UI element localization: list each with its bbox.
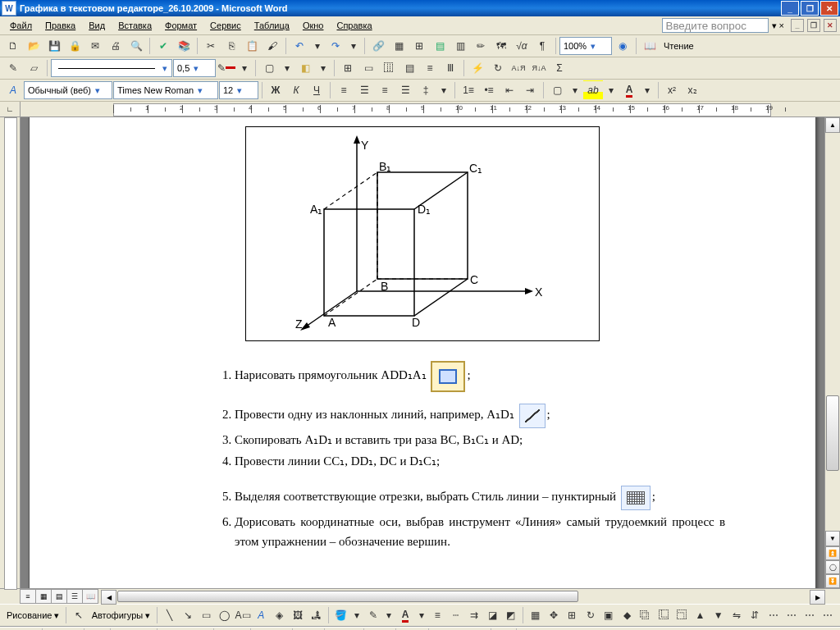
cut-icon[interactable]: ✂ — [201, 36, 221, 56]
styles-pane-icon[interactable]: A — [3, 80, 23, 100]
redo-icon[interactable]: ↷ — [326, 36, 345, 56]
more3-icon[interactable]: ⋯ — [801, 605, 819, 625]
web-view-button[interactable]: ▦ — [35, 589, 52, 604]
grid-icon[interactable]: ▦ — [527, 605, 544, 625]
sort-asc-icon[interactable]: А↓Я — [509, 58, 528, 78]
align-cells-icon[interactable]: ▤ — [399, 58, 419, 78]
normal-view-button[interactable]: ≡ — [20, 589, 36, 604]
rectangle-icon[interactable]: ▭ — [198, 605, 215, 625]
zoom-combo[interactable]: 100%▾ — [559, 37, 612, 55]
scroll-up-button[interactable]: ▲ — [825, 117, 840, 133]
3d-icon[interactable]: ◩ — [502, 605, 519, 625]
insert-table2-icon[interactable]: ⊞ — [338, 58, 358, 78]
open-icon[interactable]: 📂 — [24, 36, 43, 56]
mail-icon[interactable]: ✉ — [85, 36, 105, 56]
columns-icon[interactable]: ▥ — [450, 36, 470, 56]
distribute-cols-icon[interactable]: Ⅲ — [441, 58, 460, 78]
font-color-icon[interactable]: A — [619, 80, 639, 100]
tables-borders-icon[interactable]: ▦ — [389, 36, 409, 56]
docmap-icon[interactable]: 🗺 — [491, 36, 511, 56]
menu-chevron[interactable]: ▾ × — [769, 19, 788, 33]
flip-h-icon[interactable]: ⇋ — [728, 605, 745, 625]
send-back-icon[interactable]: ▼ — [710, 605, 727, 625]
line-style-combo[interactable]: ▾ — [51, 59, 172, 77]
bullets-icon[interactable]: •≡ — [479, 80, 499, 100]
menu-file[interactable]: Файл — [3, 19, 39, 32]
underline-icon[interactable]: Ч — [307, 80, 326, 100]
style-combo[interactable]: Обычный (веб)▾ — [24, 81, 112, 99]
vertical-scrollbar[interactable]: ▲ ▼ ⏫ ◯ ⏬ — [824, 117, 840, 588]
drawing-menu[interactable]: Рисование ▾ — [3, 610, 62, 621]
hyperlink-icon[interactable]: 🔗 — [368, 36, 388, 56]
autosum-icon[interactable]: Σ — [550, 58, 569, 78]
menu-tools[interactable]: Сервис — [203, 19, 248, 32]
font-combo[interactable]: Times New Roman▾ — [113, 81, 218, 99]
numbering-icon[interactable]: 1≡ — [459, 80, 478, 100]
line-color-icon[interactable]: ✎ — [364, 605, 381, 625]
doc-minimize[interactable]: _ — [791, 19, 804, 32]
print-view-button[interactable]: ▤ — [51, 589, 67, 604]
research-icon[interactable]: 📚 — [174, 36, 194, 56]
borders-icon[interactable]: ▢ — [547, 80, 567, 100]
ask-question-input[interactable] — [662, 18, 769, 33]
fill-dd[interactable]: ▾ — [350, 605, 363, 625]
oval-icon[interactable]: ◯ — [216, 605, 233, 625]
align-left-icon[interactable]: ≡ — [334, 80, 354, 100]
dash-style-icon2[interactable]: ┄ — [447, 605, 464, 625]
bold-icon[interactable]: Ж — [266, 80, 285, 100]
paste-icon[interactable]: 📋 — [242, 36, 262, 56]
prev-page-button[interactable]: ⏫ — [825, 546, 840, 560]
sort-desc-icon[interactable]: Я↓А — [529, 58, 549, 78]
save-icon[interactable]: 💾 — [44, 36, 64, 56]
line-color-dd[interactable]: ▾ — [382, 605, 395, 625]
italic-icon[interactable]: К — [286, 80, 306, 100]
line-spacing-icon[interactable]: ‡ — [416, 80, 436, 100]
font-color2-icon[interactable]: A — [396, 605, 413, 625]
border-dd[interactable]: ▾ — [280, 58, 294, 78]
redo-dd[interactable]: ▾ — [346, 36, 361, 56]
copy-icon[interactable]: ⎘ — [221, 36, 241, 56]
drawing-icon[interactable]: ✏ — [471, 36, 491, 56]
print-preview-icon[interactable]: 🔍 — [126, 36, 146, 56]
flip-v-icon[interactable]: ⇵ — [746, 605, 764, 625]
doc-close[interactable]: ✕ — [824, 19, 837, 32]
equation-icon[interactable]: √α — [512, 36, 532, 56]
menu-insert[interactable]: Вставка — [112, 19, 158, 32]
format-painter-icon[interactable]: 🖌 — [262, 36, 282, 56]
borders-dd[interactable]: ▾ — [568, 80, 582, 100]
next-page-button[interactable]: ⏬ — [825, 574, 840, 588]
text-wrap-icon[interactable]: ▣ — [600, 605, 617, 625]
align-dist-icon[interactable]: ⊞ — [564, 605, 581, 625]
restore-button[interactable]: ❐ — [801, 1, 819, 16]
help-icon[interactable]: ◉ — [613, 36, 632, 56]
distribute-rows-icon[interactable]: ≡ — [420, 58, 440, 78]
more4-icon[interactable]: ⋯ — [819, 605, 837, 625]
textbox-icon[interactable]: A▭ — [234, 605, 251, 625]
align-justify-icon[interactable]: ☰ — [395, 80, 415, 100]
browse-object-button[interactable]: ◯ — [825, 560, 840, 574]
print-icon[interactable]: 🖨 — [106, 36, 126, 56]
spellcheck-icon[interactable]: ✔ — [153, 36, 173, 56]
ungroup-icon[interactable]: ⿺ — [655, 605, 672, 625]
border-color-dd[interactable]: ▾ — [237, 58, 252, 78]
subscript-icon[interactable]: x₂ — [682, 80, 702, 100]
arrow-icon[interactable]: ↘ — [179, 605, 196, 625]
group-icon[interactable]: ⿻ — [637, 605, 654, 625]
outside-border-icon[interactable]: ▢ — [259, 58, 279, 78]
select-objects-icon[interactable]: ↖ — [70, 605, 87, 625]
excel-icon[interactable]: ▤ — [430, 36, 450, 56]
line-weight-combo[interactable]: 0,5▾ — [173, 59, 216, 77]
menu-help[interactable]: Справка — [330, 19, 378, 32]
vertical-ruler[interactable] — [0, 117, 21, 588]
shading-dd[interactable]: ▾ — [316, 58, 331, 78]
horizontal-ruler[interactable]: 12345678910111213141516171819 — [21, 102, 840, 117]
decrease-indent-icon[interactable]: ⇤ — [500, 80, 519, 100]
menu-window[interactable]: Окно — [296, 19, 331, 32]
size-combo[interactable]: 12▾ — [219, 81, 258, 99]
horizontal-scrollbar[interactable]: ◀ ▶ — [101, 590, 825, 603]
insert-table-icon[interactable]: ⊞ — [409, 36, 429, 56]
increase-indent-icon[interactable]: ⇥ — [520, 80, 540, 100]
reading-view-button[interactable]: 📖 — [82, 589, 98, 604]
rotate-icon[interactable]: ↻ — [582, 605, 599, 625]
undo-dd[interactable]: ▾ — [310, 36, 325, 56]
